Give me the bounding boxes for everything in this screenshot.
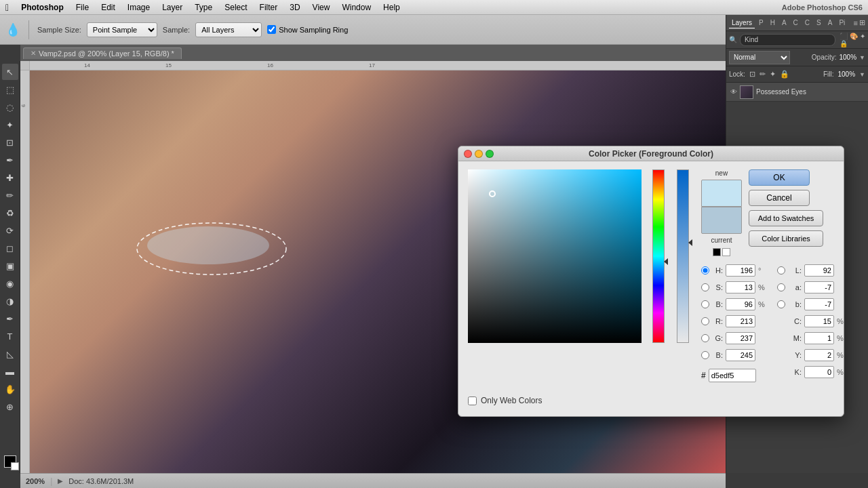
wand-tool-icon[interactable]: ✦ — [2, 117, 18, 133]
m-input[interactable]: 1 — [804, 332, 834, 344]
type-tool-icon[interactable]: T — [2, 328, 18, 344]
marquee-tool-icon[interactable]: ⬚ — [2, 81, 18, 98]
clone-tool-icon[interactable]: ♻ — [2, 205, 18, 221]
bg-mini-swatch[interactable] — [722, 248, 730, 256]
lock-move-icon[interactable]: ✦ — [770, 70, 776, 79]
tab-close-x[interactable]: ✕ — [31, 49, 36, 57]
alpha-slider[interactable] — [677, 169, 689, 343]
type-menu[interactable]: Type — [189, 1, 218, 14]
r-input[interactable]: 213 — [726, 315, 755, 327]
window-menu[interactable]: Window — [336, 1, 376, 14]
h-radio[interactable] — [701, 266, 709, 274]
app-name-menu[interactable]: Photoshop — [16, 1, 69, 14]
blur-tool-icon[interactable]: ◉ — [2, 275, 18, 291]
blab-radio[interactable] — [777, 300, 785, 308]
g-radio[interactable] — [701, 334, 709, 342]
image-menu[interactable]: Image — [122, 1, 155, 14]
edit-menu[interactable]: Edit — [96, 1, 121, 14]
lock-all-icon[interactable]: 🔒 — [780, 70, 789, 79]
fill-arrow-icon[interactable]: ▼ — [859, 71, 865, 78]
layers-search-input[interactable] — [740, 34, 835, 46]
hex-input[interactable]: d5edf5 — [709, 369, 756, 382]
ok-button[interactable]: OK — [749, 169, 810, 186]
dialog-close-button[interactable] — [464, 150, 472, 158]
status-left-arrow[interactable]: ▶ — [58, 477, 63, 485]
filter-menu[interactable]: Filter — [254, 1, 283, 14]
lock-position-icon[interactable]: ⊡ — [749, 70, 755, 79]
cancel-button[interactable]: Cancel — [749, 190, 810, 206]
tab-a[interactable]: A — [779, 18, 789, 28]
panel-expand-icon[interactable]: ⊞ — [859, 18, 865, 27]
select-menu[interactable]: Select — [219, 1, 252, 14]
s-radio[interactable] — [701, 283, 709, 291]
show-sampling-label[interactable]: Show Sampling Ring — [267, 25, 348, 34]
only-web-colors-label[interactable]: Only Web Colors — [481, 396, 542, 405]
only-web-colors-checkbox[interactable] — [468, 396, 477, 405]
3d-menu[interactable]: 3D — [284, 1, 305, 14]
y-input[interactable]: 2 — [804, 349, 834, 361]
a-input[interactable]: -7 — [804, 281, 834, 293]
dodge-tool-icon[interactable]: ◑ — [2, 293, 18, 309]
blue-input[interactable]: 245 — [726, 349, 755, 361]
history-tool-icon[interactable]: ⟳ — [2, 222, 18, 239]
h-input[interactable]: 196 — [726, 264, 755, 277]
foreground-color-swatch[interactable] — [4, 455, 16, 468]
b-input[interactable]: 96 — [726, 298, 755, 310]
add-to-swatches-button[interactable]: Add to Swatches — [749, 210, 823, 226]
view-menu[interactable]: View — [307, 1, 336, 14]
tab-a2[interactable]: A — [825, 18, 835, 28]
path-tool-icon[interactable]: ◺ — [2, 346, 18, 362]
background-color-swatch[interactable] — [11, 462, 19, 470]
hue-slider[interactable] — [652, 169, 665, 343]
blab-input[interactable]: -7 — [804, 298, 834, 310]
eyedropper-tool-icon[interactable]: 💧 — [5, 22, 20, 37]
pen-tool-icon[interactable]: ✒ — [2, 310, 18, 327]
eraser-tool-icon[interactable]: ◻ — [2, 240, 18, 256]
color-libraries-button[interactable]: Color Libraries — [749, 230, 823, 247]
current-color-swatch[interactable] — [701, 207, 742, 234]
gradient-tool-icon[interactable]: ▣ — [2, 258, 18, 274]
heal-tool-icon[interactable]: ✚ — [2, 169, 18, 186]
r-radio[interactable] — [701, 317, 709, 325]
eyedropper-tool-icon[interactable]: ✒ — [2, 152, 18, 168]
file-menu[interactable]: File — [71, 1, 94, 14]
panel-menu-icon[interactable]: ≡ — [854, 19, 858, 27]
layer-menu[interactable]: Layer — [157, 1, 188, 14]
apple-menu-icon[interactable]:  — [5, 2, 9, 13]
brush-tool-icon[interactable]: ✏ — [2, 187, 18, 203]
c-input[interactable]: 15 — [804, 315, 834, 327]
zoom-tool-icon[interactable]: ⊕ — [2, 399, 18, 415]
dialog-minimize-button[interactable] — [475, 150, 483, 158]
layer-visibility-eye-icon[interactable]: 👁 — [730, 88, 737, 96]
opacity-arrow-icon[interactable]: ▼ — [859, 54, 865, 61]
new-color-swatch[interactable] — [701, 180, 742, 207]
a-radio[interactable] — [777, 283, 785, 291]
b-radio[interactable] — [701, 300, 709, 308]
l-input[interactable]: 92 — [804, 264, 834, 277]
fg-mini-swatch[interactable] — [713, 248, 721, 256]
blue-radio[interactable] — [701, 351, 709, 359]
tab-c2[interactable]: C — [802, 18, 812, 28]
l-radio[interactable] — [777, 266, 785, 274]
tab-p[interactable]: P — [756, 18, 766, 28]
lock-brush-icon[interactable]: ✏ — [760, 70, 766, 79]
tab-c1[interactable]: C — [791, 18, 801, 28]
layer-item-possessed-eyes[interactable]: 👁 Possessed Eyes — [726, 83, 868, 102]
shape-tool-icon[interactable]: ▬ — [2, 363, 18, 380]
help-menu[interactable]: Help — [378, 1, 406, 14]
dialog-maximize-button[interactable] — [486, 150, 494, 158]
s-input[interactable]: 13 — [726, 281, 755, 293]
k-input[interactable]: 0 — [804, 366, 834, 378]
document-tab[interactable]: ✕ Vamp2.psd @ 200% (Layer 15, RGB/8) * — [23, 47, 182, 59]
tab-h[interactable]: H — [768, 18, 778, 28]
sample-select[interactable]: All Layers Current Layer — [195, 22, 262, 37]
crop-tool-icon[interactable]: ⊡ — [2, 134, 18, 150]
move-tool-icon[interactable]: ↖ — [2, 64, 18, 80]
sample-size-select[interactable]: Point Sample 3 by 3 Average 5 by 5 Avera… — [87, 22, 157, 37]
lasso-tool-icon[interactable]: ◌ — [2, 99, 18, 115]
tab-pi[interactable]: Pi — [836, 18, 848, 28]
hand-tool-icon[interactable]: ✋ — [2, 381, 18, 397]
spectrum-picker[interactable] — [468, 169, 642, 343]
blend-mode-select[interactable]: Normal Multiply Screen — [729, 51, 790, 64]
g-input[interactable]: 237 — [726, 332, 755, 344]
